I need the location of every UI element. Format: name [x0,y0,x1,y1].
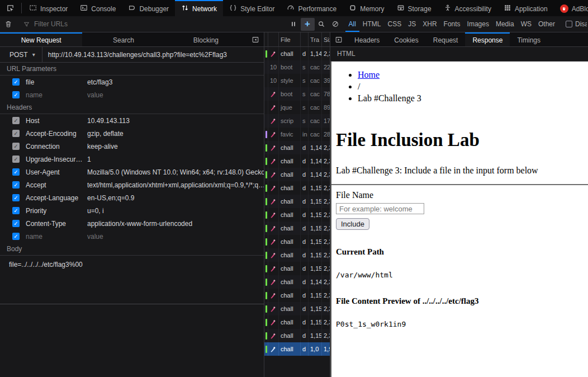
param-name[interactable]: Connection [26,143,87,150]
tab-adblock[interactable]: AdBlock [554,0,588,16]
param-value[interactable]: en-US,en;q=0.9 [87,194,264,202]
filter-pill-fonts[interactable]: Fonts [440,16,464,32]
param-value[interactable]: Mozilla/5.0 (Windows NT 10.0; Win64; x64… [87,168,264,176]
network-request-row[interactable]: challd1,152,3 [264,329,330,342]
param-name[interactable]: Content-Type [26,220,87,228]
tab-search[interactable]: Search [82,32,164,46]
details-tab-response[interactable]: Response [465,32,510,46]
param-name[interactable]: Upgrade-Insecur… [26,155,87,163]
param-name[interactable]: User-Agent [26,168,87,176]
param-value[interactable]: 10.49.143.113 [87,117,264,125]
network-request-row[interactable]: challd1,152,34 [264,248,330,262]
tab-application[interactable]: Application [497,0,554,16]
param-value[interactable]: value [87,91,264,99]
checkbox-icon[interactable]: ✓ [12,194,20,201]
column-header-File[interactable]: File [279,32,301,46]
new-request-icon[interactable]: + [301,18,315,31]
method-select[interactable]: POST ▾ [0,47,42,62]
pause-traffic-icon[interactable] [287,18,301,31]
response-payload-label[interactable]: HTML [330,47,588,62]
details-tab-headers[interactable]: Headers [347,32,387,46]
tab-performance[interactable]: Performance [281,0,343,16]
block-requests-icon[interactable] [329,18,343,31]
tab-debugger[interactable]: Debugger [122,0,175,16]
param-name[interactable]: Accept-Language [26,194,87,202]
network-request-row[interactable]: challd1,01,9 [264,342,330,356]
column-header-Siz[interactable]: Siz [322,32,330,46]
tab-style-editor[interactable]: Style Editor [223,0,281,16]
param-name[interactable]: Accept [26,181,87,189]
tab-new-request[interactable]: New Request [0,32,82,46]
checkbox-icon[interactable]: ✓ [12,91,20,98]
checkbox-icon[interactable]: ✓ [12,220,20,227]
checkbox-icon[interactable]: ✓ [12,143,20,150]
tab-inspector[interactable]: Inspector [23,0,74,16]
tab-console[interactable]: Console [74,0,122,16]
param-value[interactable]: etc/flag3 [87,78,264,86]
filter-pill-all[interactable]: All [345,16,359,32]
network-request-row[interactable]: challd1,152,34 [264,262,330,275]
network-request-row[interactable]: challd1,152,34 [264,208,330,222]
network-request-row[interactable]: challd1,142,3 [264,275,330,289]
file-name-input[interactable] [336,203,424,214]
network-request-row[interactable]: challd1,152,34 [264,302,330,315]
network-request-row[interactable]: jquescac89, [264,101,330,114]
param-value[interactable]: application/x-www-form-urlencoded [87,220,264,228]
filter-pill-xhr[interactable]: XHR [419,16,440,32]
network-request-row[interactable]: 10bootscac22, [264,60,330,74]
collapse-panel-icon[interactable] [247,32,264,46]
details-tab-timings[interactable]: Timings [510,32,548,46]
checkbox-icon[interactable]: ✓ [12,168,20,176]
tab-memory[interactable]: Memory [343,0,390,16]
param-name[interactable]: file [26,78,87,86]
filter-pill-html[interactable]: HTML [359,16,385,32]
checkbox-icon[interactable]: ✓ [12,130,20,137]
network-request-row[interactable]: challd1,152,3 [264,235,330,248]
column-header-Tra[interactable]: Tra [309,32,322,46]
network-request-row[interactable]: bootscac78, [264,87,330,101]
details-tab-cookies[interactable]: Cookies [387,32,425,46]
tab-storage[interactable]: Storage [391,0,438,16]
param-value[interactable]: u=0, i [87,207,264,215]
filter-pill-js[interactable]: JS [405,16,419,32]
filter-pill-media[interactable]: Media [492,16,518,32]
param-value[interactable]: gzip, deflate [87,130,264,138]
details-tab-request[interactable]: Request [426,32,466,46]
network-request-row[interactable]: challd1,152,3 [264,289,330,302]
pick-element-icon[interactable] [0,0,20,16]
url-input[interactable]: http://10.49.143.113/challenges/chall3.p… [42,51,233,59]
search-icon[interactable] [315,18,329,31]
param-value[interactable]: 1 [87,155,264,163]
network-request-row[interactable]: challd1,142,3 [264,168,330,181]
tab-network[interactable]: Network [175,0,223,16]
filter-pill-other[interactable]: Other [535,16,558,32]
filter-urls-input[interactable]: Filter URLs [18,20,284,28]
checkbox-icon[interactable]: ✓ [12,78,20,86]
include-button[interactable]: Include [336,218,369,230]
details-pane-toggle-icon[interactable] [330,32,347,46]
section-url-parameters[interactable]: URL Parameters [0,63,264,76]
param-name[interactable]: Priority [26,207,87,215]
network-request-row[interactable]: challd1,152,3 [264,195,330,208]
disable-cache-checkbox[interactable]: Disa [561,20,587,28]
checkbox-icon[interactable]: ✓ [12,117,20,124]
column-header-blank[interactable] [301,32,309,46]
network-request-row[interactable]: 10stylescac393 [264,74,330,87]
param-name[interactable]: Accept-Encoding [26,130,87,138]
param-name[interactable]: name [26,233,87,241]
network-request-row[interactable]: favicincac286 [264,128,330,141]
section-headers[interactable]: Headers [0,101,264,114]
network-request-row[interactable]: challd1,142,3 [264,141,330,154]
network-request-row[interactable]: challd1,142,3 [264,154,330,168]
checkbox-icon[interactable]: ✓ [12,207,20,214]
checkbox-icon[interactable]: ✓ [12,155,20,163]
param-value[interactable]: value [87,233,264,241]
clear-requests-icon[interactable] [1,18,15,31]
param-value[interactable]: text/html,application/xhtml+xml,applicat… [87,181,264,189]
network-request-row[interactable]: challd1,142,3 [264,47,330,60]
param-value[interactable]: keep-alive [87,143,264,150]
column-header-blank[interactable] [264,32,268,46]
network-request-row[interactable]: challd1,152,3 [264,181,330,195]
filter-pill-css[interactable]: CSS [385,16,405,32]
tab-accessibility[interactable]: Accessibility [438,0,497,16]
